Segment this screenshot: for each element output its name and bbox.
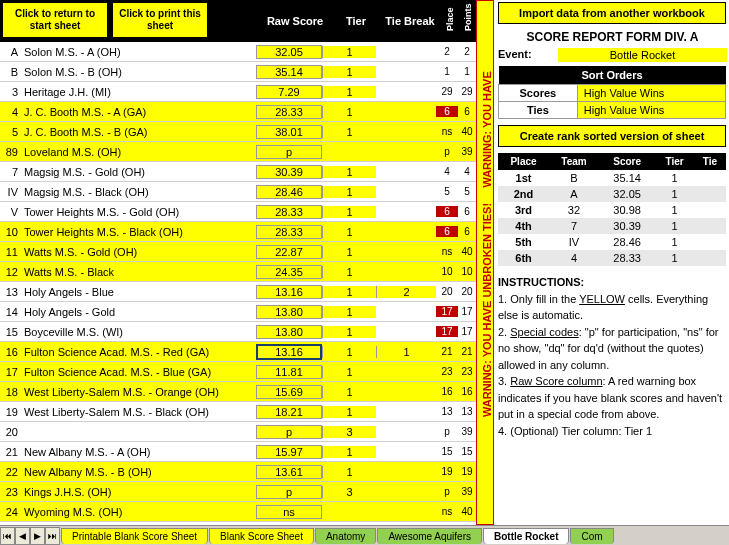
tier-cell[interactable]: 1 [322, 186, 376, 198]
tier-cell[interactable]: 1 [322, 166, 376, 178]
event-value[interactable]: Bottle Rocket [558, 48, 727, 62]
raw-score-cell[interactable]: 15.69 [256, 385, 322, 399]
table-row: ASolon M.S. - A (OH)32.05122 [0, 42, 476, 62]
raw-score-cell[interactable]: 24.35 [256, 265, 322, 279]
place-cell: 15 [436, 446, 458, 457]
tie-break-cell[interactable]: 2 [376, 286, 436, 298]
tab-com[interactable]: Com [570, 528, 613, 544]
rank-tie [694, 234, 726, 250]
place-cell: 5 [436, 186, 458, 197]
points-cell: 6 [458, 226, 476, 237]
tier-cell[interactable]: 1 [322, 286, 376, 298]
tier-cell[interactable]: 1 [322, 466, 376, 478]
print-button[interactable]: Click to print this sheet [112, 2, 208, 38]
raw-score-cell[interactable]: 13.61 [256, 465, 322, 479]
raw-score-cell[interactable]: 28.33 [256, 105, 322, 119]
team-name: Heritage J.H. (MI) [22, 86, 256, 98]
table-row: 17Fulton Science Acad. M.S. - Blue (GA)1… [0, 362, 476, 382]
raw-score-cell[interactable]: 38.01 [256, 125, 322, 139]
tier-cell[interactable]: 1 [322, 346, 376, 358]
header-tier: Tier [336, 15, 376, 27]
import-button[interactable]: Import data from another workbook [498, 2, 726, 24]
row-number: A [0, 46, 22, 58]
rank-team: B [549, 170, 599, 186]
rank-tier: 1 [655, 218, 693, 234]
points-cell: 19 [458, 466, 476, 477]
raw-score-cell[interactable]: 28.46 [256, 185, 322, 199]
rank-row: 5thIV28.461 [498, 234, 726, 250]
rank-header-score: Score [599, 153, 655, 170]
raw-score-cell[interactable]: 30.39 [256, 165, 322, 179]
tier-cell[interactable]: 1 [322, 386, 376, 398]
points-cell: 17 [458, 326, 476, 337]
tier-cell[interactable]: 1 [322, 126, 376, 138]
tab-last-icon[interactable]: ⏭ [45, 527, 60, 545]
raw-score-cell[interactable]: 15.97 [256, 445, 322, 459]
tier-cell[interactable]: 3 [322, 426, 376, 438]
rank-header-team: Team [549, 153, 599, 170]
tier-cell[interactable]: 1 [322, 86, 376, 98]
return-button[interactable]: Click to return to start sheet [2, 2, 108, 38]
tab-anatomy[interactable]: Anatomy [315, 528, 376, 544]
place-cell: 17 [436, 306, 458, 317]
tier-cell[interactable]: 1 [322, 306, 376, 318]
raw-score-cell[interactable]: p [256, 425, 322, 439]
rank-score: 32.05 [599, 186, 655, 202]
raw-score-cell[interactable]: 13.80 [256, 305, 322, 319]
place-cell: 16 [436, 386, 458, 397]
tier-cell[interactable]: 1 [322, 46, 376, 58]
team-name: Magsig M.S. - Black (OH) [22, 186, 256, 198]
tab-next-icon[interactable]: ▶ [30, 527, 45, 545]
tab-blank-score[interactable]: Blank Score Sheet [209, 528, 314, 544]
raw-score-cell[interactable]: 22.87 [256, 245, 322, 259]
points-cell: 39 [458, 146, 476, 157]
raw-score-cell[interactable]: p [256, 145, 322, 159]
table-row: 22New Albany M.S. - B (OH)13.6111919 [0, 462, 476, 482]
tier-cell[interactable]: 3 [322, 486, 376, 498]
place-cell: p [436, 426, 458, 437]
raw-score-cell[interactable]: 13.16 [256, 285, 322, 299]
rank-tie [694, 170, 726, 186]
points-cell: 6 [458, 206, 476, 217]
raw-score-cell[interactable]: 35.14 [256, 65, 322, 79]
raw-score-cell[interactable]: 18.21 [256, 405, 322, 419]
raw-score-cell[interactable]: 7.29 [256, 85, 322, 99]
rank-button[interactable]: Create rank sorted version of sheet [498, 125, 726, 147]
raw-score-cell[interactable]: 28.33 [256, 205, 322, 219]
tab-awesome-aquifers[interactable]: Awesome Aquifers [377, 528, 482, 544]
rank-tie [694, 250, 726, 266]
tab-prev-icon[interactable]: ◀ [15, 527, 30, 545]
tier-cell[interactable]: 1 [322, 246, 376, 258]
tab-first-icon[interactable]: ⏮ [0, 527, 15, 545]
tab-printable-blank[interactable]: Printable Blank Score Sheet [61, 528, 208, 544]
tier-cell[interactable]: 1 [322, 326, 376, 338]
tier-cell[interactable]: 1 [322, 106, 376, 118]
tie-break-cell[interactable]: 1 [376, 346, 436, 358]
raw-score-cell[interactable]: 28.33 [256, 225, 322, 239]
tier-cell[interactable]: 1 [322, 66, 376, 78]
raw-score-cell[interactable]: 11.81 [256, 365, 322, 379]
raw-score-cell[interactable]: 32.05 [256, 45, 322, 59]
row-number: 89 [0, 146, 22, 158]
tab-bottle-rocket[interactable]: Bottle Rocket [483, 528, 569, 544]
team-name: Solon M.S. - A (OH) [22, 46, 256, 58]
raw-score-cell[interactable]: 13.16 [256, 344, 322, 360]
tier-cell[interactable]: 1 [322, 226, 376, 238]
raw-score-cell[interactable]: p [256, 485, 322, 499]
tier-cell[interactable]: 1 [322, 366, 376, 378]
sort-ties-value[interactable]: High Value Wins [577, 102, 725, 119]
tier-cell[interactable]: 1 [322, 266, 376, 278]
tier-cell[interactable]: 1 [322, 206, 376, 218]
rank-place: 3rd [498, 202, 549, 218]
tier-cell[interactable]: 1 [322, 406, 376, 418]
sort-scores-value[interactable]: High Value Wins [577, 85, 725, 102]
row-number: 17 [0, 366, 22, 378]
tier-cell[interactable]: 1 [322, 446, 376, 458]
row-number: 23 [0, 486, 22, 498]
event-label: Event: [498, 48, 558, 62]
team-name: Boyceville M.S. (WI) [22, 326, 256, 338]
raw-score-cell[interactable]: ns [256, 505, 322, 519]
table-row: 20p3p39 [0, 422, 476, 442]
raw-score-cell[interactable]: 13.80 [256, 325, 322, 339]
points-cell: 6 [458, 106, 476, 117]
